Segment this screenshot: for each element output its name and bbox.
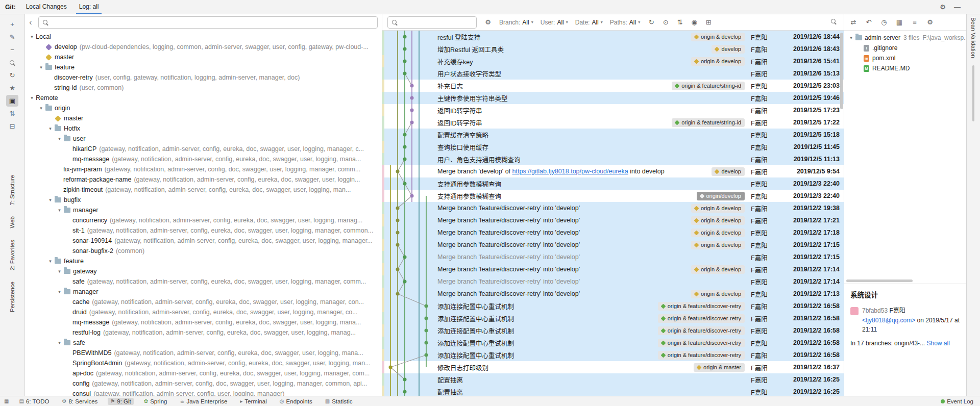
commit-row[interactable]: 配置缓存清空策略F嘉阳2019/12/5 15:18 — [382, 129, 844, 141]
search-icon[interactable] — [6, 57, 18, 68]
tree-row-restful-log[interactable]: restful-log(gateway, notification, admin… — [25, 327, 382, 338]
statusbar-item-8-services[interactable]: ⚙8: Services — [60, 398, 101, 405]
commit-row[interactable]: 添加连接配置中心重试机制origin & feature/discover-re… — [382, 349, 844, 361]
tree-row-safe[interactable]: safe(gateway, notification, admin-server… — [25, 276, 382, 287]
tree-row-discover-retry[interactable]: discover-retry(user, config, gateway, no… — [25, 72, 382, 83]
branch-label[interactable]: origin & feature/string-id — [672, 118, 745, 127]
tree-row-cache[interactable]: cache(gateway, notification, admin-serve… — [25, 297, 382, 307]
statusbar-item-9-git[interactable]: ⚑9: Git — [108, 398, 133, 405]
commit-row[interactable]: 返回ID转字符串origin & feature/string-idF嘉阳201… — [382, 116, 844, 129]
branch-label[interactable]: develop — [712, 167, 745, 176]
back-icon[interactable]: ‹ — [27, 18, 34, 27]
statusbar-item-event-log[interactable]: Event Log — [938, 398, 976, 405]
branch-label[interactable]: origin & feature/discover-retry — [658, 351, 745, 360]
log-search-input[interactable] — [387, 16, 477, 29]
chevron-down-icon[interactable]: ▾ — [56, 340, 63, 345]
commit-row[interactable]: 用户状态接收字符类型F嘉阳2019/12/6 15:13 — [382, 67, 844, 80]
find-icon[interactable] — [828, 18, 839, 26]
commit-row[interactable]: Merge branch 'feature/discover-retry' in… — [382, 275, 844, 288]
chevron-down-icon[interactable]: ▾ — [56, 208, 63, 213]
chevron-down-icon[interactable]: ▾ — [28, 34, 36, 39]
chevron-down-icon[interactable]: ▾ — [37, 65, 45, 70]
collapse-all-icon[interactable]: ⊟ — [6, 120, 18, 132]
commit-row[interactable]: 用户、角色支持通用模糊查询F嘉阳2019/12/5 11:13 — [382, 153, 844, 165]
chevron-down-icon[interactable]: ▾ — [28, 95, 36, 100]
tree-row-safe[interactable]: ▾safe — [25, 338, 382, 348]
commit-row[interactable]: 增加Restful 返回工具类developF嘉阳2019/12/6 18:43 — [382, 43, 844, 55]
tree-row-mq-message[interactable]: mq-message(gateway, notification, admin-… — [25, 317, 382, 327]
branch-label[interactable]: origin & develop — [691, 216, 745, 225]
chevron-down-icon[interactable]: ▾ — [56, 269, 63, 274]
tree-row-sit-1[interactable]: sit-1(gateway, notification, admin-serve… — [25, 225, 382, 236]
tree-row-sonar-bugfix-2[interactable]: sonar-bugfix-2(common) — [25, 246, 382, 256]
branch-label[interactable]: develop — [712, 45, 745, 54]
commit-row[interactable]: 添加连接配置中心重试机制origin & feature/discover-re… — [382, 312, 844, 324]
view-options-icon[interactable]: ≡ — [910, 18, 920, 26]
tool-favorites[interactable]: 2: Favorites — [9, 240, 15, 270]
chevron-down-icon[interactable]: ▾ — [56, 136, 63, 141]
tree-row-hotfix[interactable]: ▾Hotfix — [25, 123, 382, 134]
minimize-icon[interactable]: — — [954, 3, 961, 11]
chevron-down-icon[interactable]: ▾ — [847, 35, 855, 40]
group-by-icon[interactable]: ▦ — [894, 18, 904, 26]
sort-icon[interactable]: ⇅ — [6, 108, 18, 119]
tree-row-reformat-package-name[interactable]: reformat-package-name(gateway, notificat… — [25, 174, 382, 185]
chevron-down-icon[interactable]: ▾ — [46, 197, 54, 202]
branch-label[interactable]: origin/develop — [697, 192, 745, 200]
commit-row[interactable]: Merge branch 'develop' of https://gitlab… — [382, 165, 844, 177]
statusbar-item-6-todo[interactable]: ▤6: TODO — [16, 398, 52, 405]
filter-user[interactable]: User:All▾ — [541, 19, 568, 26]
tree-row-origin[interactable]: ▾origin — [25, 103, 382, 113]
diff-icon[interactable]: ⇄ — [848, 18, 859, 26]
commit-list-scrollbar[interactable] — [840, 33, 843, 109]
tree-row-hikaricp[interactable]: hikariCP(gateway, notification, admin-se… — [25, 144, 382, 154]
filter-paths[interactable]: Paths:All▾ — [610, 19, 640, 26]
chevron-down-icon[interactable]: ▾ — [46, 126, 54, 131]
refresh-icon[interactable]: ↻ — [646, 18, 656, 26]
commit-row[interactable]: 配置抽离F嘉阳2019/12/2 16:25 — [382, 373, 844, 386]
tree-row-druid[interactable]: druid(gateway, notification, admin-serve… — [25, 307, 382, 317]
tree-row-config[interactable]: config(gateway, notification, admin-serv… — [25, 378, 382, 389]
commit-row[interactable]: 支持通用参数模糊查询origin/developF嘉阳2019/12/3 22:… — [382, 190, 844, 202]
statusbar-item-java-enterprise[interactable]: ☕Java Enterprise — [177, 398, 230, 405]
tree-row-string-id[interactable]: string-id(user, common) — [25, 83, 382, 93]
changed-file-row[interactable]: mpom.xml — [844, 53, 966, 63]
tree-row-feature[interactable]: ▾feature — [25, 62, 382, 72]
commit-row[interactable]: 添加连接配置中心重试机制origin & feature/discover-re… — [382, 300, 844, 312]
tree-row-manager[interactable]: ▾manager — [25, 287, 382, 297]
branch-label[interactable]: origin & develop — [691, 57, 745, 66]
branch-label[interactable]: origin & feature/string-id — [672, 82, 745, 90]
commit-row[interactable]: 主键传参使用字符串类型F嘉阳2019/12/5 19:46 — [382, 92, 844, 104]
branch-label[interactable]: origin & develop — [691, 229, 745, 237]
statusbar-item-endpoints[interactable]: ◎Endpoints — [277, 398, 315, 405]
statusbar-item-spring[interactable]: ✿Spring — [141, 398, 170, 405]
commit-row[interactable]: 查询接口使用缓存F嘉阳2019/12/5 11:45 — [382, 141, 844, 153]
branch-label[interactable]: origin & develop — [691, 204, 745, 213]
branches-search-input[interactable] — [38, 16, 378, 29]
tool-bean-validation[interactable]: Bean Validation — [970, 17, 976, 58]
filter-date[interactable]: Date:All▾ — [575, 19, 603, 26]
branch-label[interactable]: origin & develop — [691, 265, 745, 274]
commit-row[interactable]: 补充缓存keyorigin & developF嘉阳2019/12/6 15:4… — [382, 55, 844, 67]
refresh-icon[interactable]: ↻ — [6, 69, 18, 81]
commit-row[interactable]: 配置抽离F嘉阳2019/12/2 16:25 — [382, 386, 844, 396]
branch-label[interactable]: origin & master — [694, 363, 745, 372]
show-all-link[interactable]: Show all — [926, 340, 949, 347]
commit-row[interactable]: Merge branch 'feature/discover-retry' in… — [382, 263, 844, 275]
commit-row[interactable]: Merge branch 'feature/discover-retry' in… — [382, 202, 844, 214]
statusbar-item-terminal[interactable]: ▸Terminal — [237, 398, 270, 405]
right-scrollbar[interactable] — [972, 65, 974, 121]
changed-file-row[interactable]: i.gitignore — [844, 43, 966, 53]
branch-label[interactable]: origin & feature/discover-retry — [658, 326, 745, 335]
edit-icon[interactable]: ✎ — [6, 31, 18, 43]
tree-row-gateway[interactable]: ▾gateway — [25, 266, 382, 276]
tree-row-master[interactable]: master — [25, 52, 382, 62]
branch-label[interactable]: origin & develop — [691, 33, 745, 41]
tree-row-zipkin-timeout[interactable]: zipkin-timeout(gateway, notification, ad… — [25, 185, 382, 195]
commit-row[interactable]: 返回ID转字符串F嘉阳2019/12/5 17:23 — [382, 104, 844, 116]
tree-row-springbootadmin[interactable]: SpringBootAdmin(gateway, notification, a… — [25, 358, 382, 368]
settings-icon[interactable]: ⚙ — [925, 18, 935, 26]
statusbar-item-statistic[interactable]: ▥Statistic — [323, 398, 355, 405]
tool-persistence[interactable]: Persistence — [9, 282, 15, 312]
tab-log-all[interactable]: Log: all — [73, 0, 105, 14]
